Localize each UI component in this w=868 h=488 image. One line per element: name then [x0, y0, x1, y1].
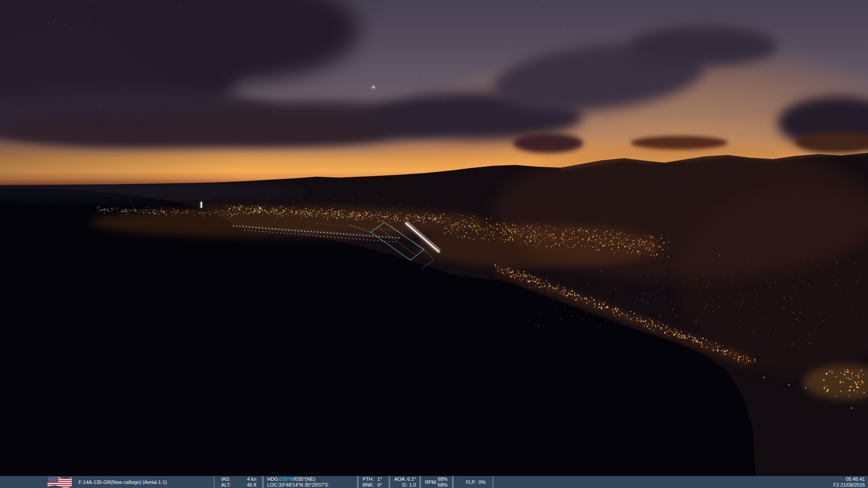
flp-value: 0%	[479, 479, 486, 485]
aoa-label: AOA:	[394, 476, 406, 482]
speed-altitude-section: IAS:4 kn ALT:45 ft	[214, 476, 262, 488]
statusbar-spacer	[493, 476, 833, 488]
alt-label: ALT:	[221, 482, 231, 488]
pth-value: 1°	[377, 476, 382, 482]
bnk-value: 0°	[377, 482, 382, 488]
heading-location-section: HDG:030°M/035°(NE) LOC:33°48'14"N 35°29'…	[262, 476, 357, 488]
loc-label: LOC:	[267, 482, 278, 488]
ias-value: 4 kn	[247, 476, 256, 482]
sim-time: 05:45:41	[846, 476, 865, 482]
hdg-magnetic-value: 030°M	[279, 476, 293, 482]
sim-date: F2 21/08/2016	[833, 482, 865, 488]
rpm-value-top: 68%	[438, 476, 448, 482]
aoa-value: 6.1°	[407, 476, 416, 482]
flaps-section: FLP: 0%	[452, 476, 493, 488]
aircraft-section: F-14A-135-GR(New callsign) (Aerial-1-1)	[0, 476, 214, 488]
rpm-label: RPM:	[425, 479, 437, 485]
loc-value: 33°48'14"N 35°29'07"E	[278, 482, 328, 488]
pth-label: PTH:	[363, 476, 374, 482]
hdg-label: HDG:	[267, 476, 279, 482]
us-flag-icon	[47, 476, 72, 488]
ias-label: IAS:	[221, 476, 230, 482]
g-label: G:	[402, 482, 407, 488]
g-value: 1.0	[409, 482, 416, 488]
aoa-g-section: AOA:6.1° G:1.0	[389, 476, 420, 488]
alt-value: 45 ft	[247, 482, 256, 488]
bnk-label: BNK:	[363, 482, 374, 488]
status-bar: F-14A-135-GR(New callsign) (Aerial-1-1) …	[0, 476, 868, 488]
rpm-value-bottom: 68%	[438, 482, 448, 488]
aircraft-callsign: F-14A-135-GR(New callsign) (Aerial-1-1)	[79, 479, 167, 485]
stars	[6, 1, 848, 123]
flp-label: FLP:	[466, 479, 476, 485]
rpm-section: RPM: 68% 68%	[420, 476, 452, 488]
flight-exterior-view[interactable]	[0, 0, 868, 476]
clock-section: 05:45:41 F2 21/08/2016	[833, 476, 868, 488]
terrain-and-lights	[0, 0, 868, 476]
simulator-screen: F-14A-135-GR(New callsign) (Aerial-1-1) …	[0, 0, 868, 488]
hdg-true-value: 035°(NE)	[295, 476, 316, 482]
pitch-bank-section: PTH:1° BNK:0°	[357, 476, 389, 488]
